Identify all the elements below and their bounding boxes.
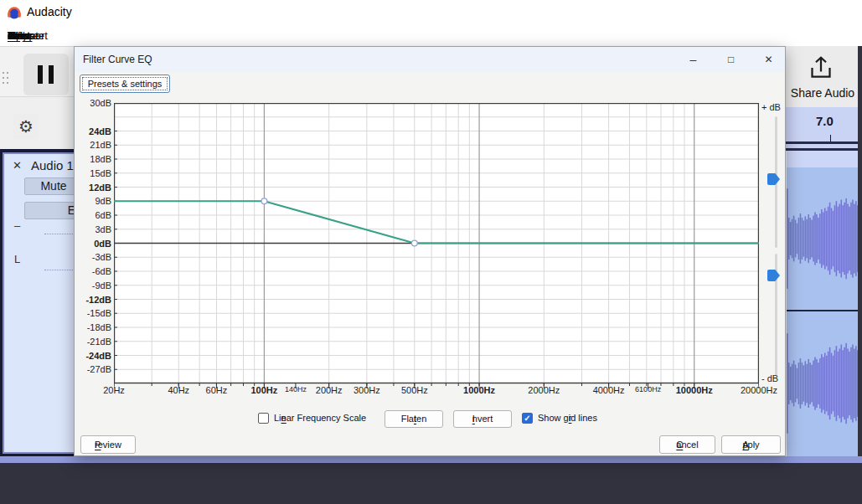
toolbar-grabber-handle[interactable]	[3, 72, 13, 87]
mute-button[interactable]: Mute	[24, 177, 74, 195]
db-axis-label: 18dB	[75, 153, 111, 165]
pause-icon	[49, 65, 54, 84]
db-axis-label: -15dB	[75, 307, 111, 319]
timeline-ruler[interactable]: 7.0	[786, 107, 858, 141]
audacity-window: Audacity FileEditSelectViewTransportTrac…	[0, 0, 862, 504]
share-audio-label: Share Audio	[781, 86, 862, 100]
invert-button[interactable]: Invert	[453, 410, 512, 428]
waveform	[787, 151, 858, 456]
right-edge-band	[858, 46, 862, 462]
dialog-titlebar[interactable]: Filter Curve EQ – □ ✕	[75, 47, 785, 72]
db-axis-label: -6dB	[75, 265, 111, 277]
db-axis-label: 24dB	[75, 126, 111, 137]
menu-help[interactable]: Help	[0, 25, 29, 46]
frequency-axis-label: 4000Hz	[593, 385, 625, 395]
frequency-axis-label: 20Hz	[103, 385, 125, 395]
db-axis-label: 0dB	[75, 238, 111, 249]
dialog-title: Filter Curve EQ	[83, 54, 152, 65]
db-axis-label: 6dB	[75, 209, 111, 221]
db-axis-label: 12dB	[75, 182, 111, 193]
effects-button[interactable]: E	[24, 202, 74, 219]
linear-frequency-scale-label[interactable]: Linear Frequency Scale	[274, 413, 366, 423]
share-audio-button[interactable]: Share Audio	[786, 46, 858, 107]
db-axis-label: -12dB	[75, 294, 111, 306]
dialog-minimize-button[interactable]: –	[674, 47, 712, 72]
timeline-time-label: 7.0	[816, 114, 834, 128]
frequency-axis-label: 100Hz	[250, 385, 277, 395]
frequency-axis-label: 60Hz	[206, 385, 228, 395]
min-db-slider-thumb[interactable]	[767, 270, 780, 281]
timeline-bottom-border	[786, 141, 862, 151]
plus-db-label: + dB	[761, 102, 781, 112]
eq-control-point[interactable]	[261, 198, 267, 204]
pan-slider[interactable]	[44, 270, 73, 270]
audio-clip[interactable]	[786, 151, 858, 456]
frequency-axis-label: 140Hz	[285, 385, 307, 393]
db-axis-label: 9dB	[75, 195, 111, 207]
pause-button[interactable]	[23, 54, 69, 95]
db-axis-label: -24dB	[75, 350, 111, 362]
app-title: Audacity	[27, 5, 72, 18]
db-axis-label: -27dB	[75, 363, 111, 375]
filter-curve-eq-dialog: Filter Curve EQ – □ ✕ Presets & settings…	[74, 46, 786, 456]
linear-frequency-scale-checkbox[interactable]	[258, 413, 269, 424]
eq-plot[interactable]	[114, 103, 759, 389]
cancel-button[interactable]: Cancel	[659, 435, 715, 454]
frequency-axis-label: 500Hz	[401, 385, 428, 395]
db-axis-label: 3dB	[75, 224, 111, 235]
eq-grid-and-curve	[114, 103, 759, 389]
max-db-slider-thumb[interactable]	[767, 173, 780, 185]
db-axis-label: -9dB	[75, 280, 111, 291]
db-axis-label: -3dB	[75, 251, 111, 263]
db-axis-label: -21dB	[75, 336, 111, 347]
audio-setup-gear-button[interactable]: ⚙	[13, 114, 39, 139]
frequency-axis-label: 6100Hz	[635, 385, 661, 393]
flatten-button[interactable]: Flatten	[385, 410, 443, 428]
track-close-icon[interactable]: ✕	[13, 159, 22, 172]
db-axis-label: -18dB	[75, 321, 111, 333]
track-name[interactable]: Audio 1	[31, 158, 74, 172]
frequency-axis-label: 2000Hz	[528, 385, 560, 395]
pan-left-label: L	[14, 253, 20, 265]
minus-db-label: - dB	[761, 373, 778, 383]
db-axis-label: 21dB	[75, 139, 111, 151]
presets-settings-button[interactable]: Presets & settings	[80, 75, 170, 93]
horizontal-scrollbar[interactable]	[0, 456, 862, 463]
gain-slider[interactable]	[44, 234, 73, 234]
frequency-axis-label: 20000Hz	[741, 385, 777, 395]
frequency-axis-label: 300Hz	[354, 385, 380, 395]
frequency-axis-label: 200Hz	[316, 385, 343, 395]
show-grid-lines-label[interactable]: Show grid lines	[538, 413, 597, 423]
channel-split-line	[787, 310, 858, 311]
gain-minus-label: –	[14, 219, 20, 232]
apply-button[interactable]: Apply	[721, 435, 781, 454]
db-axis-label: 30dB	[75, 97, 111, 109]
track-control-panel: ✕ Audio 1 Mute E – L	[3, 152, 74, 454]
db-axis-label: 15dB	[75, 167, 111, 179]
show-grid-lines-checkbox[interactable]: ✓	[522, 413, 533, 424]
dialog-maximize-button[interactable]: □	[712, 47, 750, 72]
eq-control-point[interactable]	[411, 240, 417, 246]
track-area: ✕ Audio 1 Mute E – L	[0, 149, 74, 456]
share-audio-upload-icon	[806, 53, 836, 83]
frequency-axis-label: 1000Hz	[463, 385, 495, 395]
pause-icon	[38, 65, 43, 84]
timeline-tick	[830, 135, 831, 141]
menubar: FileEditSelectViewTransportTracksGenerat…	[0, 25, 862, 46]
dialog-close-button[interactable]: ✕	[750, 47, 787, 72]
frequency-axis-label: 40Hz	[168, 385, 189, 395]
app-titlebar: Audacity	[0, 0, 862, 25]
frequency-axis-label: 10000Hz	[676, 385, 713, 395]
audacity-logo-icon	[6, 4, 23, 21]
preview-button[interactable]: Preview	[80, 435, 136, 454]
window-footer-background	[0, 463, 862, 504]
